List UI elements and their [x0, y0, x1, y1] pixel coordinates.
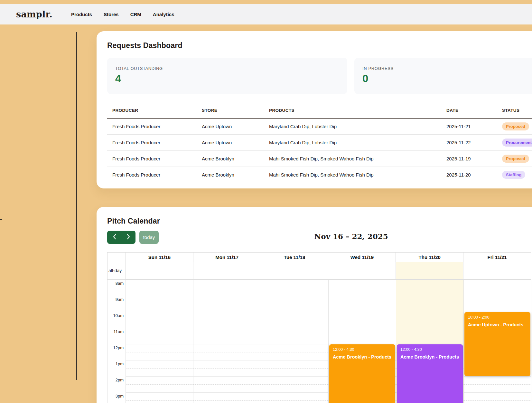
- calendar-nav-button-group: [107, 231, 135, 244]
- chevron-right-icon: [127, 234, 130, 241]
- nav-links: ProductsStoresCRMAnalytics: [71, 12, 174, 17]
- requests-dashboard-card: Requests Dashboard TOTAL OUTSTANDING 4 I…: [97, 31, 532, 188]
- stats-row: TOTAL OUTSTANDING 4 IN PROGRESS 0: [107, 58, 532, 94]
- hour-gridline: [126, 296, 531, 296]
- time-label: 12pm: [107, 345, 124, 350]
- time-label: 9am: [107, 297, 124, 302]
- cell-store: Acme Uptown: [197, 118, 264, 135]
- event-title: Acme Brooklyn - Products: [333, 354, 392, 360]
- cell-store: Acme Uptown: [197, 135, 264, 151]
- event-time: 10:00 - 2:00: [468, 315, 527, 320]
- calendar-event[interactable]: 12:00 - 4:30Acme Brooklyn - Products: [397, 344, 463, 403]
- today-button[interactable]: today: [139, 231, 159, 244]
- all-day-cell: [396, 262, 463, 279]
- cell-store: Acme Brooklyn: [197, 167, 264, 183]
- half-hour-gridline: [126, 384, 531, 385]
- col-header-date: DATE: [441, 103, 497, 118]
- all-day-cell: [261, 262, 329, 279]
- calendar-day-header-row: Sun 11/16Mon 11/17Tue 11/18Wed 11/19Thu …: [107, 252, 531, 262]
- status-badge: Procurement: [502, 139, 532, 147]
- app-logo[interactable]: samplr.: [16, 9, 52, 19]
- day-header-tue: Tue 11/18: [261, 253, 329, 262]
- hour-gridline: [126, 376, 531, 377]
- all-day-label: all-day: [107, 262, 126, 279]
- stat-total-outstanding: TOTAL OUTSTANDING 4: [107, 58, 347, 94]
- half-hour-gridline: [126, 400, 531, 401]
- prev-week-button[interactable]: [108, 231, 121, 244]
- stat-value: 4: [115, 73, 339, 84]
- event-time: 12:00 - 4:30: [333, 347, 392, 352]
- all-day-cell: [126, 262, 193, 279]
- time-label: 10am: [107, 313, 124, 318]
- requests-table: PRODUCER STORE PRODUCTS DATE STATUS Fres…: [107, 103, 532, 183]
- cell-products: Maryland Crab Dip, Lobster Dip: [264, 118, 441, 135]
- stat-label: IN PROGRESS: [362, 66, 532, 71]
- next-week-button[interactable]: [122, 231, 135, 244]
- table-row[interactable]: Fresh Foods ProducerAcme BrooklynMahi Sm…: [107, 167, 532, 183]
- cell-producer: Fresh Foods Producer: [107, 135, 197, 151]
- half-hour-gridline: [126, 288, 531, 288]
- all-day-cell: [193, 262, 261, 279]
- day-header-thu: Thu 11/20: [396, 253, 463, 262]
- hour-gridline: [126, 280, 531, 280]
- col-header-producer: PRODUCER: [107, 103, 197, 118]
- status-badge: Proposed: [502, 155, 529, 163]
- calendar-toolbar: today Nov 16 – 22, 2025: [107, 231, 532, 244]
- chevron-left-icon: [113, 234, 116, 241]
- all-day-cell: [463, 262, 531, 279]
- table-row[interactable]: Fresh Foods ProducerAcme UptownMaryland …: [107, 118, 532, 135]
- col-header-products: PRODUCTS: [264, 103, 441, 118]
- cell-products: Mahi Smoked Fish Dip, Smoked Wahoo Fish …: [264, 151, 441, 167]
- half-hour-gridline: [126, 304, 531, 304]
- day-header-fri: Fri 11/21: [463, 253, 531, 262]
- calendar-range-title: Nov 16 – 22, 2025: [298, 232, 404, 241]
- cell-status: Proposed: [497, 151, 532, 167]
- nav-link-analytics[interactable]: Analytics: [153, 12, 174, 17]
- day-header-mon: Mon 11/17: [193, 253, 261, 262]
- week-calendar: Sun 11/16Mon 11/17Tue 11/18Wed 11/19Thu …: [107, 252, 531, 403]
- event-title: Acme Brooklyn - Products: [400, 354, 459, 360]
- table-row[interactable]: Fresh Foods ProducerAcme BrooklynMahi Sm…: [107, 151, 532, 167]
- requests-table-header-row: PRODUCER STORE PRODUCTS DATE STATUS: [107, 103, 532, 118]
- time-label: 3pm: [107, 394, 124, 398]
- day-header-sun: Sun 11/16: [126, 253, 193, 262]
- status-badge: Proposed: [502, 122, 529, 130]
- hour-gridline: [126, 392, 531, 393]
- time-label: 2pm: [107, 378, 124, 382]
- stat-label: TOTAL OUTSTANDING: [115, 66, 339, 71]
- status-badge: Staffing: [502, 171, 525, 179]
- pitch-calendar-card: Pitch Calendar today Nov 16 – 22, 2025: [97, 207, 532, 403]
- nav-link-products[interactable]: Products: [71, 12, 92, 17]
- event-title: Acme Uptown - Products: [468, 322, 527, 328]
- calendar-time-grid: 8am9am10am11am12pm1pm2pm3pm12:00 - 4:30A…: [107, 280, 531, 403]
- cell-status: Staffing: [497, 167, 532, 183]
- cell-date: 2025-11-20: [441, 167, 497, 183]
- pitch-calendar-title: Pitch Calendar: [107, 216, 532, 225]
- time-label: 8am: [107, 281, 124, 286]
- vertical-divider-line: [76, 32, 77, 380]
- requests-dashboard-title: Requests Dashboard: [107, 41, 532, 50]
- time-label: 1pm: [107, 361, 124, 366]
- calendar-event[interactable]: 12:00 - 4:30Acme Brooklyn - Products: [329, 344, 395, 403]
- cell-store: Acme Brooklyn: [197, 151, 264, 167]
- all-day-cell: [328, 262, 396, 279]
- cell-products: Mahi Smoked Fish Dip, Smoked Wahoo Fish …: [264, 167, 441, 183]
- event-time: 12:00 - 4:30: [400, 347, 459, 352]
- time-label: 11am: [107, 329, 124, 334]
- col-header-status: STATUS: [497, 103, 532, 118]
- cell-status: Proposed: [497, 118, 532, 135]
- table-row[interactable]: Fresh Foods ProducerAcme UptownMaryland …: [107, 135, 532, 151]
- all-day-row: all-day: [107, 262, 531, 280]
- cell-date: 2025-11-21: [441, 118, 497, 135]
- calendar-event[interactable]: 10:00 - 2:00Acme Uptown - Products: [464, 312, 530, 376]
- page-canvas: samplr. ProductsStoresCRMAnalytics ← Req…: [0, 0, 532, 403]
- cell-products: Maryland Crab Dip, Lobster Dip: [264, 135, 441, 151]
- left-arrow-artifact: ←: [0, 213, 4, 223]
- nav-link-crm[interactable]: CRM: [130, 12, 141, 17]
- nav-link-stores[interactable]: Stores: [104, 12, 119, 17]
- cell-producer: Fresh Foods Producer: [107, 118, 197, 135]
- cell-date: 2025-11-22: [441, 135, 497, 151]
- cell-status: Procurement: [497, 135, 532, 151]
- cell-producer: Fresh Foods Producer: [107, 167, 197, 183]
- stat-in-progress: IN PROGRESS 0: [354, 58, 532, 94]
